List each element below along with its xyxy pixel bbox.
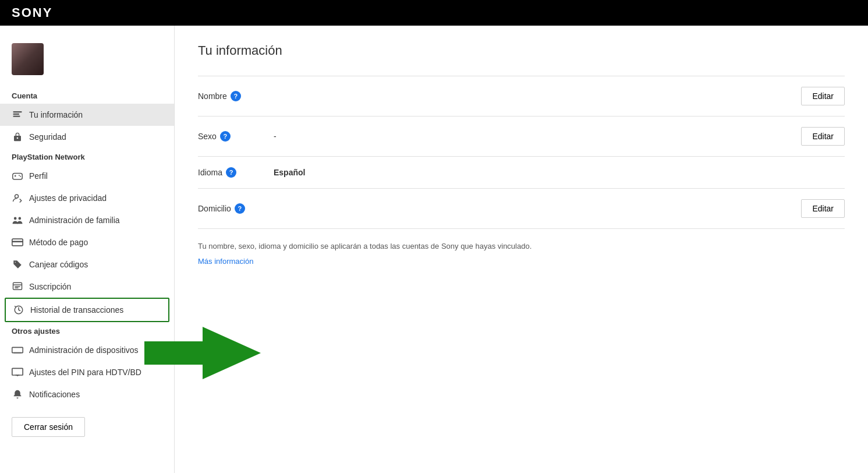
person-icon [12, 109, 23, 121]
sidebar-label-pago: Método de pago [29, 238, 88, 247]
bell-icon [12, 389, 23, 400]
sidebar-label-tu-informacion: Tu información [29, 110, 83, 119]
idioma-help-icon[interactable]: ? [226, 167, 236, 178]
idioma-value: Español [274, 168, 845, 177]
sidebar-label-familia: Administración de familia [29, 216, 120, 225]
svg-point-9 [14, 217, 17, 220]
svg-rect-1 [13, 114, 20, 115]
nombre-label: Nombre ? [198, 91, 268, 101]
sexo-help-icon[interactable]: ? [220, 131, 231, 142]
nombre-edit-button[interactable]: Editar [801, 87, 845, 105]
svg-point-7 [20, 176, 21, 177]
sidebar-label-codigos: Canjear códigos [29, 260, 88, 269]
sidebar-label-historial: Historial de transacciones [30, 305, 123, 315]
creditcard-icon [12, 236, 23, 248]
svg-rect-0 [13, 111, 22, 112]
sexo-value: - [274, 132, 795, 141]
otros-section-label: Otros ajustes [0, 322, 174, 339]
svg-rect-20 [12, 368, 23, 375]
sidebar-item-hdtv[interactable]: Ajustes del PIN para HDTV/BD [0, 361, 174, 383]
sidebar-item-pago[interactable]: Método de pago [0, 231, 174, 253]
sidebar-label-hdtv: Ajustes del PIN para HDTV/BD [29, 368, 141, 377]
more-info-link[interactable]: Más información [198, 257, 253, 266]
lock-icon [12, 131, 23, 143]
sidebar-label-dispositivos: Administración de dispositivos [29, 345, 139, 355]
gamepad-icon [12, 170, 23, 182]
sidebar-item-seguridad[interactable]: Seguridad [0, 126, 174, 148]
domicilio-edit-button[interactable]: Editar [801, 199, 845, 218]
tag-icon [12, 259, 23, 270]
sexo-label: Sexo ? [198, 131, 268, 142]
main-content: Tu información Nombre ? Editar Sexo ? - … [175, 26, 868, 473]
idioma-row: Idioma ? Español [198, 157, 845, 189]
psn-section-label: PlayStation Network [0, 148, 174, 165]
sidebar-label-seguridad: Seguridad [29, 132, 66, 142]
domicilio-label: Domicilio ? [198, 203, 268, 214]
svg-rect-5 [15, 175, 16, 177]
sidebar-item-tu-informacion[interactable]: Tu información [0, 104, 174, 126]
idioma-label: Idioma ? [198, 167, 268, 178]
svg-point-10 [19, 217, 22, 220]
sidebar-item-notificaciones[interactable]: Notificaciones [0, 383, 174, 405]
avatar-area [0, 37, 174, 87]
sidebar-item-perfil[interactable]: Perfil [0, 165, 174, 187]
sidebar-item-suscripcion[interactable]: Suscripción [0, 276, 174, 298]
svg-point-8 [15, 195, 19, 198]
subscription-icon [12, 281, 23, 292]
sexo-edit-button[interactable]: Editar [801, 127, 845, 146]
tv-icon [12, 366, 23, 378]
sexo-row: Sexo ? - Editar [198, 117, 845, 157]
nombre-row: Nombre ? Editar [198, 76, 845, 117]
sidebar-label-suscripcion: Suscripción [29, 282, 71, 291]
privacy-icon [12, 192, 23, 204]
avatar [12, 43, 44, 75]
family-icon [12, 214, 23, 226]
sidebar-label-notificaciones: Notificaciones [29, 390, 80, 399]
domicilio-row: Domicilio ? Editar [198, 189, 845, 229]
sidebar-item-privacidad[interactable]: Ajustes de privacidad [0, 187, 174, 209]
svg-rect-2 [13, 116, 20, 117]
avatar-image [12, 43, 44, 75]
cuenta-section-label: Cuenta [0, 87, 174, 104]
sidebar-item-historial[interactable]: Historial de transacciones [5, 298, 169, 322]
page-title: Tu información [198, 43, 845, 58]
history-icon [13, 304, 24, 316]
sidebar-item-dispositivos[interactable]: Administración de dispositivos [0, 339, 174, 361]
devices-icon [12, 344, 23, 356]
nombre-help-icon[interactable]: ? [231, 91, 241, 101]
logout-button[interactable]: Cerrar sesión [12, 417, 85, 437]
svg-rect-12 [12, 241, 23, 243]
domicilio-help-icon[interactable]: ? [235, 203, 245, 214]
svg-rect-18 [12, 347, 23, 352]
sony-logo: SONY [12, 5, 52, 20]
sidebar-label-perfil: Perfil [29, 171, 48, 181]
sidebar-item-codigos[interactable]: Canjear códigos [0, 253, 174, 276]
svg-point-6 [19, 175, 20, 176]
info-note: Tu nombre, sexo, idioma y domicilio se a… [198, 241, 845, 252]
sidebar: Cuenta Tu información Seguridad PlayStat… [0, 26, 175, 473]
sidebar-label-privacidad: Ajustes de privacidad [29, 193, 107, 203]
sidebar-item-familia[interactable]: Administración de familia [0, 209, 174, 231]
